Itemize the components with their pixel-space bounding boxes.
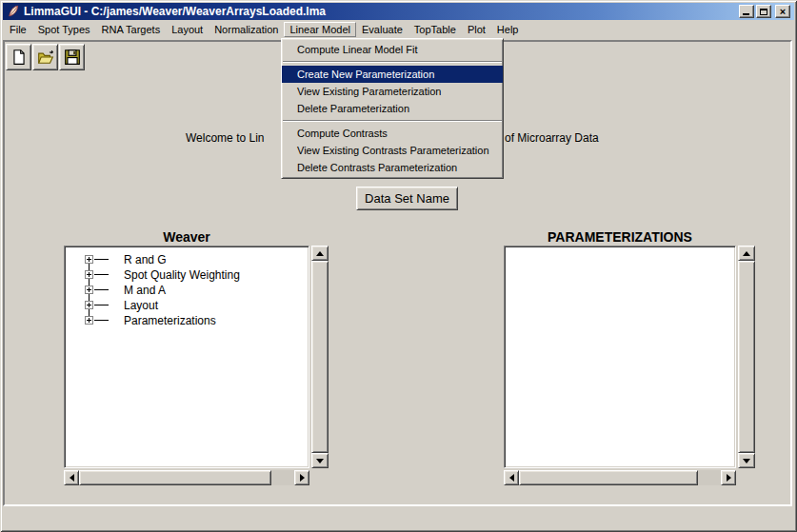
open-folder-icon <box>37 49 54 66</box>
menubar: FileSpot TypesRNA TargetsLayoutNormaliza… <box>3 20 794 39</box>
scroll-down-button[interactable] <box>738 453 755 468</box>
menu-help[interactable]: Help <box>491 22 525 37</box>
menu-item-compute-linear-model-fit[interactable]: Compute Linear Model Fit <box>282 41 503 58</box>
tree-item-r-and-g[interactable]: R and G <box>67 252 307 267</box>
scroll-down-button[interactable] <box>311 453 329 468</box>
menu-item-compute-contrasts[interactable]: Compute Contrasts <box>282 125 503 142</box>
tree-item-label: Spot Quality Weighting <box>124 268 240 282</box>
menu-linear-model[interactable]: Linear Model <box>284 22 356 37</box>
parameterizations-vertical-scrollbar[interactable] <box>738 246 755 468</box>
minimize-icon <box>743 13 749 15</box>
arrow-left-icon <box>509 474 514 482</box>
tk-feather-icon <box>7 5 20 18</box>
titlebar[interactable]: LimmaGUI - C:/james/Weaver/WeaverArraysL… <box>3 3 794 20</box>
tree-item-parameterizations[interactable]: Parameterizations <box>67 313 307 328</box>
scrollbar-thumb[interactable] <box>519 470 698 485</box>
parameterizations-listbox[interactable] <box>504 246 736 468</box>
menu-item-delete-parameterization[interactable]: Delete Parameterization <box>282 100 503 117</box>
menu-normalization[interactable]: Normalization <box>209 22 284 37</box>
arrow-down-icon <box>743 459 750 463</box>
weaver-panel-title: Weaver <box>64 229 309 245</box>
scroll-right-button[interactable] <box>721 470 736 485</box>
toolbar <box>6 44 86 70</box>
tree-branch-line <box>94 305 109 305</box>
menu-separator <box>283 120 502 122</box>
scroll-left-button[interactable] <box>504 470 519 485</box>
arrow-right-icon <box>727 474 731 482</box>
menu-toptable[interactable]: TopTable <box>408 22 462 37</box>
expand-plus-icon[interactable] <box>85 301 93 309</box>
arrow-up-icon <box>316 251 324 256</box>
scroll-up-button[interactable] <box>311 246 329 261</box>
open-file-button[interactable] <box>32 44 58 70</box>
save-file-button[interactable] <box>59 44 85 70</box>
menu-plot[interactable]: Plot <box>462 22 491 37</box>
parameterizations-panel-title: PARAMETERIZATIONS <box>504 229 736 245</box>
arrow-right-icon <box>300 474 305 482</box>
menu-evaluate[interactable]: Evaluate <box>356 22 408 37</box>
parameterizations-horizontal-scrollbar[interactable] <box>504 470 736 485</box>
scrollbar-thumb[interactable] <box>79 470 271 485</box>
arrow-left-icon <box>70 474 74 482</box>
expand-plus-icon[interactable] <box>85 255 93 264</box>
scroll-left-button[interactable] <box>64 470 79 485</box>
menu-spot-types[interactable]: Spot Types <box>32 22 96 37</box>
menu-item-create-new-parameterization[interactable]: Create New Parameterization <box>282 66 503 83</box>
expand-plus-icon[interactable] <box>85 270 93 279</box>
weaver-vertical-scrollbar[interactable] <box>311 246 329 468</box>
expand-plus-icon[interactable] <box>85 316 93 325</box>
arrow-up-icon <box>743 251 750 256</box>
tree-item-label: M and A <box>124 284 166 297</box>
menu-item-view-existing-parameterization[interactable]: View Existing Parameterization <box>282 83 503 100</box>
arrow-down-icon <box>316 459 324 463</box>
tree-item-label: Parameterizations <box>124 314 216 327</box>
tree-item-m-and-a[interactable]: M and A <box>67 283 307 298</box>
scroll-up-button[interactable] <box>738 246 755 261</box>
floppy-disk-icon <box>64 49 81 66</box>
scrollbar-thumb[interactable] <box>311 261 329 453</box>
weaver-horizontal-scrollbar[interactable] <box>64 470 309 485</box>
app-window: LimmaGUI - C:/james/Weaver/WeaverArraysL… <box>0 0 797 532</box>
minimize-button[interactable] <box>739 5 754 18</box>
menu-file[interactable]: File <box>4 22 32 37</box>
maximize-icon <box>760 9 767 15</box>
weaver-listbox[interactable]: R and GSpot Quality WeightingM and ALayo… <box>64 246 309 468</box>
window-controls: × <box>737 5 790 18</box>
window-title: LimmaGUI - C:/james/Weaver/WeaverArraysL… <box>24 5 326 18</box>
menu-separator <box>283 61 502 63</box>
tree-item-label: Layout <box>124 299 158 312</box>
tree-branch-line <box>94 320 109 321</box>
weaver-tree: R and GSpot Quality WeightingM and ALayo… <box>67 248 307 465</box>
tree-item-label: R and G <box>124 253 167 266</box>
tree-branch-line <box>94 274 109 275</box>
tree-item-layout[interactable]: Layout <box>67 298 307 313</box>
linear-model-menu: Compute Linear Model FitCreate New Param… <box>281 38 504 179</box>
close-button[interactable]: × <box>775 5 790 18</box>
close-icon: × <box>780 7 786 17</box>
tree-branch-line <box>94 289 109 290</box>
menu-rna-targets[interactable]: RNA Targets <box>96 22 167 37</box>
expand-plus-icon[interactable] <box>85 286 93 294</box>
scroll-right-button[interactable] <box>294 470 309 485</box>
welcome-text-right: of Microarray Data <box>505 131 599 145</box>
new-file-button[interactable] <box>6 44 31 70</box>
welcome-text-left: Welcome to Lin <box>186 131 264 145</box>
new-document-icon <box>10 49 28 66</box>
menu-item-view-existing-contrasts-parameterization[interactable]: View Existing Contrasts Parameterization <box>282 142 503 159</box>
data-set-name-button[interactable]: Data Set Name <box>356 187 458 210</box>
scrollbar-thumb[interactable] <box>738 261 755 453</box>
menu-layout[interactable]: Layout <box>166 22 209 37</box>
menu-item-delete-contrasts-parameterization[interactable]: Delete Contrasts Parameterization <box>282 159 503 176</box>
tree-item-spot-quality-weighting[interactable]: Spot Quality Weighting <box>67 267 307 283</box>
tree-branch-line <box>94 259 109 260</box>
maximize-button[interactable] <box>756 5 771 18</box>
